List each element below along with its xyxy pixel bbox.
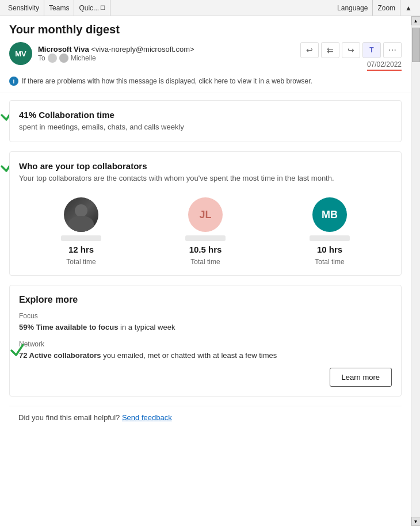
toolbar-teams[interactable]: Teams bbox=[44, 0, 74, 16]
sender-info: Microsoft Viva <viva-noreply@microsoft.c… bbox=[38, 45, 194, 63]
toolbar-language[interactable]: Language bbox=[333, 0, 373, 16]
info-icon: i bbox=[9, 77, 18, 86]
network-subsection: Network 72 Active collaborators you emai… bbox=[19, 340, 392, 361]
collaboration-title: 41% Collaboration time bbox=[19, 110, 392, 120]
top-collaborators-desc: Your top collaborators are the contacts … bbox=[19, 173, 392, 184]
network-text: 72 Active collaborators you emailed, met… bbox=[19, 350, 392, 361]
collaborator-1-label: Total time bbox=[66, 258, 96, 266]
header-actions: ↩ ⇇ ↪ T ⋯ bbox=[300, 42, 402, 68]
focus-category: Focus bbox=[19, 312, 392, 320]
email-footer: Did you find this email helpful? Send fe… bbox=[9, 406, 402, 429]
top-collaborators-title: Who are your top collaborators bbox=[19, 161, 392, 171]
send-feedback-link[interactable]: Send feedback bbox=[122, 413, 172, 422]
sender-email: <viva-noreply@microsoft.com> bbox=[91, 45, 194, 54]
scroll-down-button[interactable]: ▼ bbox=[411, 517, 421, 526]
sender-name: Microsoft Viva <viva-noreply@microsoft.c… bbox=[38, 45, 194, 54]
toolbar: Sensitivity Teams Quic... ☐ Language Zoo… bbox=[0, 0, 420, 16]
toolbar-zoom[interactable]: Zoom bbox=[373, 0, 400, 16]
content-area: 41% Collaboration time spent in meetings… bbox=[0, 100, 411, 429]
collaborator-2-label: Total time bbox=[190, 258, 220, 266]
collaboration-subtitle: spent in meetings, emails, chats, and ca… bbox=[19, 122, 392, 132]
focus-subsection: Focus 59% Time available to focus in a t… bbox=[19, 312, 392, 333]
toolbar-sensitivity[interactable]: Sensitivity bbox=[3, 0, 44, 16]
recipient-dot2 bbox=[59, 54, 68, 63]
collaborator-3-hours: 10 hrs bbox=[317, 245, 342, 254]
more-actions-button[interactable]: ⋯ bbox=[383, 42, 402, 58]
learn-more-button[interactable]: Learn more bbox=[330, 368, 392, 387]
reply-all-button[interactable]: ⇇ bbox=[321, 42, 339, 58]
email-content: Your monthly digest MV Microsoft Viva <v… bbox=[0, 16, 411, 526]
forward-icon: ↪ bbox=[348, 45, 354, 55]
collaborator-2-avatar: JL bbox=[188, 197, 223, 232]
explore-more-section: Explore more Focus 59% Time available to… bbox=[9, 285, 402, 396]
collaborator-1-hours: 12 hrs bbox=[68, 245, 94, 254]
collaborator-3: MB 10 hrs Total time bbox=[274, 197, 385, 266]
more-icon: ⋯ bbox=[388, 45, 396, 55]
reply-button[interactable]: ↩ bbox=[300, 42, 319, 58]
network-category: Network bbox=[19, 340, 392, 348]
collaborator-2-hours: 10.5 hrs bbox=[189, 245, 222, 254]
recipient-dot1 bbox=[48, 54, 57, 63]
focus-text: 59% Time available to focus in a typical… bbox=[19, 322, 392, 333]
collaborator-1-name bbox=[61, 235, 101, 241]
teams-button[interactable]: T bbox=[362, 42, 381, 58]
sender-avatar: MV bbox=[9, 42, 32, 65]
collaborator-1: 12 hrs Total time bbox=[25, 197, 137, 266]
reply-icon: ↩ bbox=[306, 45, 313, 55]
email-header: Your monthly digest MV Microsoft Viva <v… bbox=[0, 16, 411, 93]
checkmark-network bbox=[9, 340, 26, 360]
collaborator-3-avatar: MB bbox=[312, 197, 347, 232]
sender-row: MV Microsoft Viva <viva-noreply@microsof… bbox=[9, 42, 402, 68]
collapse-icon: ▲ bbox=[405, 4, 412, 12]
collaborator-2-name bbox=[185, 235, 226, 241]
scrollbar: ▲ ▼ bbox=[411, 16, 420, 526]
sender-to: To Michelle bbox=[38, 54, 194, 63]
scroll-thumb[interactable] bbox=[412, 28, 420, 62]
collaborator-2: JL 10.5 hrs Total time bbox=[150, 197, 261, 266]
email-date: 07/02/2022 bbox=[367, 60, 402, 68]
action-buttons: ↩ ⇇ ↪ T ⋯ bbox=[300, 42, 402, 58]
email-title: Your monthly digest bbox=[9, 23, 402, 36]
collaborators-grid: 12 hrs Total time JL 10.5 hrs Total time bbox=[19, 193, 392, 266]
scroll-up-button[interactable]: ▲ bbox=[411, 16, 421, 25]
toolbar-quick[interactable]: Quic... ☐ bbox=[74, 0, 110, 16]
toolbar-collapse[interactable]: ▲ bbox=[400, 0, 417, 16]
collaborator-1-avatar bbox=[64, 197, 98, 232]
explore-more-title: Explore more bbox=[19, 295, 392, 305]
toolbar-icon: ☐ bbox=[100, 5, 105, 11]
reply-all-icon: ⇇ bbox=[327, 45, 334, 55]
collaboration-section: 41% Collaboration time spent in meetings… bbox=[9, 100, 402, 142]
teams-icon: T bbox=[369, 46, 373, 54]
collaborator-3-name bbox=[310, 235, 350, 241]
collaborator-3-label: Total time bbox=[315, 258, 344, 266]
info-banner[interactable]: i If there are problems with how this me… bbox=[9, 73, 402, 88]
forward-button[interactable]: ↪ bbox=[342, 42, 360, 58]
top-collaborators-section: Who are your top collaborators Your top … bbox=[9, 151, 402, 276]
